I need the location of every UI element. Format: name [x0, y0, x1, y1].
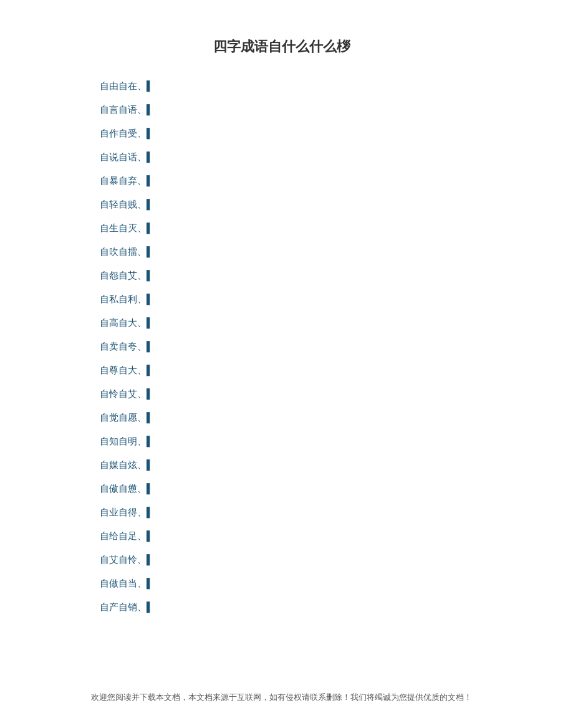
- footer: 欢迎您阅读并下载本文档，本文档来源于互联网，如有侵权请联系删除！我们将竭诚为您提…: [0, 692, 563, 703]
- list-item: 自由自在、▌: [100, 79, 513, 93]
- list-item: 自说自话、▌: [100, 150, 513, 165]
- list-item: 自媒自炫、▌: [100, 457, 513, 472]
- list-item: 自吹自擂、▌: [100, 244, 513, 259]
- list-item: 自私自利、▌: [100, 292, 513, 307]
- list-item: 自做自当、▌: [100, 576, 513, 591]
- list-item: 自觉自愿、▌: [100, 410, 513, 425]
- list-item: 自给自足、▌: [100, 529, 513, 544]
- list-item: 自暴自弃、▌: [100, 173, 513, 188]
- list-item: 自怜自艾、▌: [100, 386, 513, 401]
- idiom-list: 自由自在、▌自言自语、▌自作自受、▌自说自话、▌自暴自弃、▌自轻自贱、▌自生自灭…: [100, 79, 513, 615]
- list-item: 自业自得、▌: [100, 505, 513, 520]
- list-item: 自怨自艾、▌: [100, 268, 513, 283]
- list-item: 自艾自怜、▌: [100, 552, 513, 567]
- list-item: 自知自明、▌: [100, 434, 513, 449]
- list-item: 自作自受、▌: [100, 126, 513, 141]
- list-item: 自高自大、▌: [100, 315, 513, 330]
- list-item: 自尊自大、▌: [100, 363, 513, 378]
- page-container: 四字成语自什么什么桚 自由自在、▌自言自语、▌自作自受、▌自说自话、▌自暴自弃、…: [0, 0, 563, 728]
- list-item: 自产自销、▌: [100, 600, 513, 615]
- list-item: 自轻自贱、▌: [100, 197, 513, 212]
- list-item: 自生自灭、▌: [100, 221, 513, 236]
- list-item: 自傲自憊、▌: [100, 481, 513, 496]
- list-item: 自言自语、▌: [100, 102, 513, 117]
- list-item: 自卖自夸、▌: [100, 339, 513, 354]
- page-title: 四字成语自什么什么桚: [50, 37, 513, 56]
